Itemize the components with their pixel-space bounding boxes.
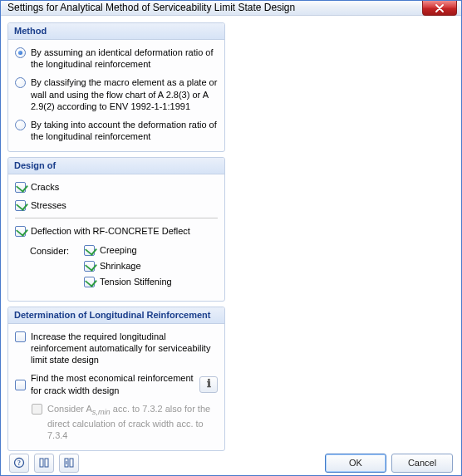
check-tension-label: Tension Stiffening xyxy=(100,276,172,287)
check-tension-stiffening[interactable]: Tension Stiffening xyxy=(84,276,172,287)
check-shrinkage-label: Shrinkage xyxy=(100,260,141,272)
checkbox-icon xyxy=(84,261,95,272)
check-asmin-label: Consider As,min acc. to 7.3.2 also for t… xyxy=(47,403,218,442)
svg-rect-2 xyxy=(40,459,43,467)
checkbox-icon xyxy=(84,245,95,256)
method-option-2[interactable]: By classifying the macro element as a pl… xyxy=(15,76,218,112)
group-design-header: Design of xyxy=(8,158,224,174)
cancel-button-label: Cancel xyxy=(408,458,436,468)
left-column: Method By assuming an identical deformat… xyxy=(7,22,225,451)
check-creeping-label: Creeping xyxy=(100,244,137,256)
svg-rect-3 xyxy=(45,459,48,467)
content-area: Method By assuming an identical deformat… xyxy=(1,16,461,451)
check-economical-label: Find the most economical reinforcement f… xyxy=(31,372,194,396)
settings-button-2[interactable] xyxy=(59,454,79,473)
check-deflection[interactable]: Deflection with RF-CONCRETE Deflect xyxy=(15,225,218,237)
method-option-3[interactable]: By taking into account the deformation r… xyxy=(15,119,218,143)
group-method: Method By assuming an identical deformat… xyxy=(7,22,225,152)
method-option-1[interactable]: By assuming an identical deformation rat… xyxy=(15,47,218,71)
info-icon: ℹ xyxy=(207,377,211,391)
check-increase-reinforcement[interactable]: Increase the required longitudinal reinf… xyxy=(15,331,218,366)
checkbox-icon xyxy=(15,182,26,193)
method-option-3-label: By taking into account the deformation r… xyxy=(31,119,218,143)
button-bar: ? OK Cancel xyxy=(1,451,461,475)
check-economical-reinforcement[interactable]: Find the most economical reinforcement f… xyxy=(15,372,218,396)
check-cracks-label: Cracks xyxy=(31,181,59,193)
group-reinforcement: Determination of Longitudinal Reinforcem… xyxy=(7,307,225,451)
settings-button-1[interactable] xyxy=(34,454,54,473)
checkbox-icon xyxy=(84,277,95,287)
separator xyxy=(15,218,218,218)
check-increase-label: Increase the required longitudinal reinf… xyxy=(31,331,218,366)
checkbox-icon xyxy=(15,380,26,390)
check-consider-asmin: Consider As,min acc. to 7.3.2 also for t… xyxy=(15,403,218,442)
checkbox-icon xyxy=(15,331,26,342)
columns-icon xyxy=(38,457,50,469)
checkbox-icon xyxy=(15,226,26,237)
method-option-2-label: By classifying the macro element as a pl… xyxy=(31,76,218,112)
radio-icon xyxy=(15,77,26,88)
check-deflection-label: Deflection with RF-CONCRETE Deflect xyxy=(31,225,190,237)
close-icon xyxy=(435,4,444,12)
checkbox-icon xyxy=(32,404,42,415)
group-reinforcement-header: Determination of Longitudinal Reinforcem… xyxy=(8,307,224,324)
check-stresses-label: Stresses xyxy=(31,199,66,211)
cancel-button[interactable]: Cancel xyxy=(391,454,453,473)
titlebar: Settings for Analytical Method of Servic… xyxy=(1,1,461,16)
columns-icon xyxy=(63,457,75,469)
svg-rect-5 xyxy=(70,459,73,467)
radio-icon xyxy=(15,47,26,58)
check-shrinkage[interactable]: Shrinkage xyxy=(84,260,172,272)
check-cracks[interactable]: Cracks xyxy=(15,181,218,193)
group-method-header: Method xyxy=(8,23,224,40)
right-column xyxy=(232,22,455,451)
window-title: Settings for Analytical Method of Servic… xyxy=(7,2,295,13)
ok-button[interactable]: OK xyxy=(325,454,386,473)
checkbox-icon xyxy=(15,200,26,211)
help-button[interactable]: ? xyxy=(9,454,29,473)
consider-label: Consider: xyxy=(30,244,84,292)
close-button[interactable] xyxy=(422,1,457,16)
check-stresses[interactable]: Stresses xyxy=(15,199,218,211)
method-option-1-label: By assuming an identical deformation rat… xyxy=(31,47,218,71)
radio-icon xyxy=(15,120,26,130)
group-design: Design of Cracks Stresses Deflection wit… xyxy=(7,157,225,302)
check-creeping[interactable]: Creeping xyxy=(84,244,172,256)
info-button[interactable]: ℹ xyxy=(199,376,218,393)
svg-text:?: ? xyxy=(17,459,21,467)
help-icon: ? xyxy=(13,457,25,469)
ok-button-label: OK xyxy=(349,458,362,468)
